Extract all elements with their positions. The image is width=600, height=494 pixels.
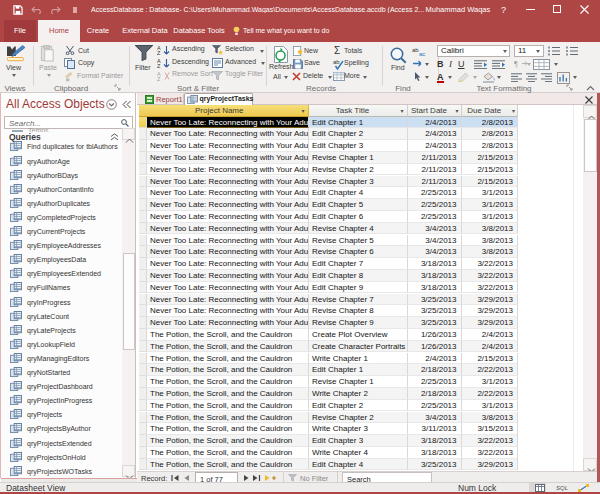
svg-text:¶: ¶ [514,60,518,68]
svg-text:ab: ab [333,59,340,65]
svg-text:ac: ac [419,51,425,56]
